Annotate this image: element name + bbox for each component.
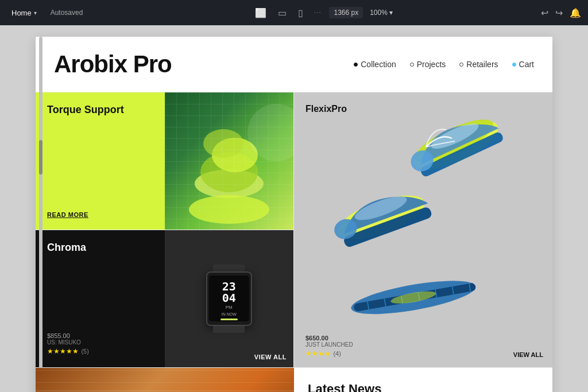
chroma-title: Chroma (47, 242, 153, 254)
site-navigation: Arobix Pro Collection Projects Retailers… (36, 37, 552, 92)
watch-time-hours: 23 (222, 281, 236, 292)
chroma-price: $855.00 (47, 332, 153, 339)
flexix-reviews: (4) (333, 350, 341, 357)
latest-news: Latest News (294, 368, 552, 392)
scrollbar-thumb[interactable] (39, 140, 42, 174)
zoom-control[interactable]: 100% ▾ (370, 9, 393, 17)
chroma-image: 23 04 PM IN NOW V (165, 230, 294, 368)
website-mockup: Arobix Pro Collection Projects Retailers… (36, 37, 552, 392)
torque-image (165, 92, 294, 230)
bottom-row: Latest News (36, 368, 552, 392)
scrollbar-track[interactable] (39, 37, 42, 392)
toolbar: Home ▾ Autosaved ⬜ ▭ ▯ ··· 1366 px 100% … (0, 0, 588, 25)
torque-text: Torque Support READ MORE (36, 92, 165, 230)
flexix-label: FlexixPro (305, 104, 347, 114)
home-chevron: ▾ (34, 10, 37, 16)
left-panel: Torque Support READ MORE (36, 92, 294, 367)
shoe-svg (326, 115, 521, 345)
monitor-icon[interactable]: ⬜ (253, 5, 269, 21)
nav-cart[interactable]: Cart (512, 60, 534, 69)
content-grid: Torque Support READ MORE (36, 92, 552, 368)
cart-label: Cart (519, 60, 534, 69)
nav-projects[interactable]: Projects (410, 60, 446, 69)
notifications-icon[interactable]: 🔔 (570, 7, 581, 18)
watch-accent (220, 319, 238, 320)
watch-band-bottom (213, 326, 245, 333)
toolbar-left: Home ▾ Autosaved (7, 6, 110, 20)
flexix-status: JUST LAUNCHED (305, 341, 353, 348)
latest-news-title: Latest News (308, 382, 381, 392)
torque-title: Torque Support (47, 104, 153, 117)
zoom-chevron: ▾ (389, 9, 393, 17)
projects-label: Projects (417, 60, 446, 69)
torque-card: Torque Support READ MORE (36, 92, 293, 230)
toolbar-right: ↩ ↪ 🔔 (535, 7, 581, 18)
flexix-bottom-info: $650.00 JUST LAUNCHED ★★★★ (4) (305, 335, 353, 358)
canvas-size[interactable]: 1366 px (329, 7, 363, 18)
autosaved-label: Autosaved (51, 9, 83, 17)
shoe-container (294, 92, 552, 367)
redo-button[interactable]: ↪ (555, 7, 563, 18)
cart-dot (512, 63, 516, 67)
chroma-vendor: US: MISUKO (47, 339, 153, 346)
watch-body: 23 04 PM IN NOW (206, 271, 252, 326)
torque-blob (189, 195, 269, 224)
zoom-value: 100% (370, 9, 388, 17)
flexix-view-all[interactable]: VIEW ALL (513, 351, 543, 358)
home-button[interactable]: Home ▾ (7, 6, 41, 20)
toolbar-separator: ··· (314, 7, 321, 18)
right-panel: FlexixPro (294, 92, 552, 367)
watch-time-minutes: 04 (222, 292, 236, 304)
nav-collection[interactable]: Collection (354, 60, 396, 69)
chroma-stars: ★★★★★ (47, 347, 79, 355)
chroma-view-all[interactable]: VIEW ALL (254, 354, 287, 360)
canvas-area: Arobix Pro Collection Projects Retailers… (0, 25, 588, 392)
watch-status: IN NOW (222, 312, 237, 316)
tennis-image (36, 368, 294, 392)
collection-label: Collection (361, 60, 396, 69)
retailers-dot (459, 63, 463, 67)
watch-screen: 23 04 PM IN NOW (209, 275, 249, 321)
watch-ampm: PM (226, 305, 233, 310)
undo-button[interactable]: ↩ (541, 7, 548, 18)
court-svg (36, 368, 294, 392)
nav-links: Collection Projects Retailers Cart (354, 60, 534, 69)
home-label: Home (11, 9, 32, 17)
flexix-stars: ★★★★ (305, 350, 331, 358)
chroma-reviews: (5) (81, 348, 88, 355)
site-logo: Arobix Pro (54, 51, 354, 78)
watch-band-top (213, 265, 245, 271)
toolbar-center: ⬜ ▭ ▯ ··· 1366 px 100% ▾ (110, 5, 535, 21)
collection-dot (354, 63, 358, 67)
nav-retailers[interactable]: Retailers (459, 60, 498, 69)
torque-read-more[interactable]: READ MORE (47, 211, 153, 218)
chroma-card: Chroma $855.00 US: MISUKO ★★★★★ (5) (36, 230, 293, 368)
mobile-icon[interactable]: ▯ (296, 5, 305, 21)
flexix-price: $650.00 (305, 335, 353, 341)
tablet-icon[interactable]: ▭ (276, 5, 289, 21)
retailers-label: Retailers (466, 60, 498, 69)
projects-dot (410, 63, 414, 67)
chroma-text: Chroma $855.00 US: MISUKO ★★★★★ (5) (36, 230, 165, 368)
